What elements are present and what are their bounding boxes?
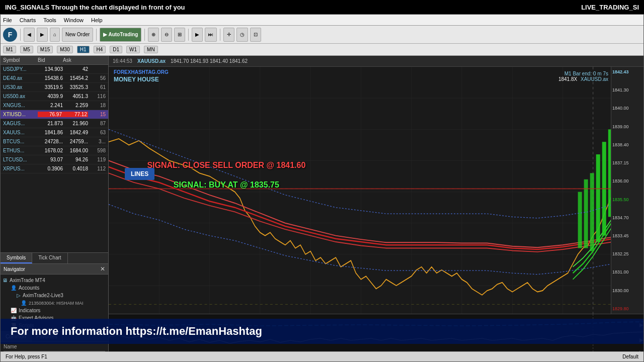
symbol-row-xauus[interactable]: XAUUS... 1841.86 1842.49 63: [1, 128, 108, 137]
toolbar-sep5: [220, 29, 220, 41]
menu-bar: File Charts Tools Window Help: [1, 15, 643, 26]
price-scale: 1842.43 1841.30 1840.00 1839.00 1838.40 …: [611, 67, 643, 314]
toolbar: F ◀ ▶ ⌂ New Order ▶ AutoTrading ⊕ ⊖ ⊞ ▶ …: [1, 26, 643, 44]
period-d1[interactable]: D1: [110, 46, 122, 53]
lines-button[interactable]: LINES: [125, 168, 154, 180]
period-mn[interactable]: MN: [144, 46, 158, 53]
f-logo: F: [3, 28, 17, 42]
nav-account-child[interactable]: ▷ AximTrade2-Live3: [3, 292, 106, 299]
terminal-name: Name: [4, 344, 17, 349]
bar-end-indicator: M1 Bar end: 0 m 7s 1841.8X XAUUSD.ax: [558, 71, 608, 82]
bar-end-price-val: 1841.8X: [558, 76, 577, 82]
chart-area: 16:44:53 XAUUSD.ax 1841.70 1841.93 1841.…: [109, 56, 643, 361]
main-chart-svg: 1835 1830: [109, 67, 643, 314]
symbol-row-xtiusd[interactable]: XTIUSD... 76.97 77.12 15: [1, 110, 108, 119]
toolbar-grid[interactable]: ⊞: [174, 28, 185, 42]
tab-symbols[interactable]: Symbols: [1, 253, 32, 263]
price-1842: 1842.43: [612, 69, 642, 74]
col-bid: Bid: [38, 57, 63, 63]
menu-window[interactable]: Window: [64, 17, 84, 23]
symbol-row-us500[interactable]: US500.ax 4039.9 4051.3 116: [1, 92, 108, 101]
period-m1[interactable]: M1: [3, 46, 16, 53]
autotrading-label: AutoTrading: [108, 32, 138, 37]
menu-file[interactable]: File: [3, 17, 12, 23]
terminal-tabs: Name: [4, 344, 105, 351]
symbol-row-xagus[interactable]: XAGUS... 21.873 21.960 87: [1, 119, 108, 128]
tree-icon: 🖥: [3, 278, 8, 283]
price-1832: 1832.25: [612, 251, 642, 256]
status-bar: For Help, press F1 Default: [1, 351, 643, 361]
symbol-row-usdjpy[interactable]: USDJPY... 134.903 42: [1, 65, 108, 74]
toolbar-home[interactable]: ⌂: [50, 28, 60, 42]
period-w1[interactable]: W1: [126, 46, 140, 53]
menu-help[interactable]: Help: [91, 17, 103, 23]
autotrading-button[interactable]: ▶ AutoTrading: [100, 28, 141, 42]
col-symbol: Symbol: [3, 57, 38, 63]
symbol-row-ethus[interactable]: ETHUS... 1678.02 1684.00 598: [1, 146, 108, 155]
time-toolbar: M1 M5 M15 M30 H1 H4 D1 W1 MN: [1, 44, 643, 56]
svg-rect-20: [584, 179, 588, 248]
price-1839: 1839.00: [612, 124, 642, 129]
symbol-row-xngus[interactable]: XNGUS... 2.241 2.259 18: [1, 101, 108, 110]
price-1841: 1841.30: [612, 87, 642, 93]
period-h1[interactable]: H1: [77, 46, 90, 53]
toolbar-crosshair[interactable]: ✛: [223, 28, 234, 42]
period-m30[interactable]: M30: [57, 46, 72, 53]
toolbar-screen[interactable]: ⊡: [250, 28, 261, 42]
bar-end-label: M1 Bar end: 0 m 7s: [558, 71, 608, 76]
nav-root[interactable]: 🖥 AximTrade MT4: [3, 277, 106, 284]
svg-rect-21: [590, 173, 594, 251]
ticker-left: ING_SIGNALS Through the chart displayed …: [0, 4, 581, 11]
account-icon: ▷: [17, 293, 21, 298]
price-1836: 1836.00: [612, 178, 642, 184]
svg-rect-22: [596, 154, 600, 242]
mt4-window: File Charts Tools Window Help F ◀ ▶ ⌂ Ne…: [0, 14, 644, 362]
symbol-row-btcus[interactable]: BTCUS... 24728... 24759... 3...: [1, 137, 108, 146]
signal-buy: SIGNAL: BUY AT @ 1835.75: [174, 180, 279, 190]
toolbar-back[interactable]: ◀: [24, 28, 35, 42]
symbol-list[interactable]: USDJPY... 134.903 42 DE40.ax 15438.6 154…: [1, 65, 108, 252]
indicators-icon: 📈: [11, 308, 17, 313]
toolbar-zoom-in[interactable]: ⊕: [148, 28, 159, 42]
new-order-label: New Order: [65, 32, 90, 37]
bottom-banner: For more information https://t.me/EmanHa…: [1, 319, 643, 344]
period-h4[interactable]: H4: [94, 46, 106, 53]
menu-tools[interactable]: Tools: [43, 17, 56, 23]
symbol-tabs: Symbols Tick Chart: [1, 252, 108, 263]
money-house-watermark: MONEY HOUSE: [114, 76, 159, 83]
chart-canvas: FOREXHASHTAG.ORG MONEY HOUSE M1 Bar end:…: [109, 67, 643, 314]
symbol-row-xrpus[interactable]: XRPUS... 0.3906 0.4018 112: [1, 164, 108, 173]
navigator: Navigator ✕ 🖥 AximTrade MT4 👤 Accounts ▷…: [1, 263, 108, 361]
toolbar-period[interactable]: ◷: [236, 28, 248, 42]
signal-close-sell: SIGNAL: CLOSE SELL ORDER @ 1841.60: [147, 161, 305, 170]
symbol-row-ltcusd[interactable]: LTCUSD... 93.07 94.26 119: [1, 155, 108, 164]
symbol-row-us30[interactable]: US30.ax 33519.5 33525.3 61: [1, 83, 108, 92]
symbol-row-de40[interactable]: DE40.ax 15438.6 15454.2 56: [1, 74, 108, 83]
toolbar-sep4: [188, 29, 189, 41]
bottom-banner-text: For more information https://t.me/EmanHa…: [11, 325, 262, 338]
toolbar-step[interactable]: ⏭: [205, 28, 217, 42]
ticker-right: LIVE_TRADING_SI: [581, 4, 644, 11]
chart-ohlc: 1841.70 1841.93 1841.40 1841.62: [171, 58, 248, 64]
price-1834: 1834.70: [612, 215, 642, 220]
toolbar-play[interactable]: ▶: [192, 28, 203, 42]
price-1831: 1831.00: [612, 269, 642, 275]
nav-close[interactable]: ✕: [100, 265, 105, 273]
tab-tick-chart[interactable]: Tick Chart: [32, 253, 67, 263]
chart-symbol-header: XAUUSD.ax: [137, 58, 166, 64]
menu-charts[interactable]: Charts: [20, 17, 36, 23]
status-right: Default: [622, 354, 638, 359]
nav-indicators[interactable]: 📈 Indicators: [3, 307, 106, 314]
toolbar-sep1: [20, 29, 21, 41]
period-m5[interactable]: M5: [20, 46, 33, 53]
price-1835: 1835.50: [612, 197, 642, 202]
chart-time-display: 16:44:53: [113, 58, 132, 64]
nav-accounts[interactable]: 👤 Accounts: [3, 284, 106, 292]
toolbar-new-order[interactable]: New Order: [62, 28, 93, 42]
chart-header: 16:44:53 XAUUSD.ax 1841.70 1841.93 1841.…: [109, 56, 643, 67]
col-ask: Ask: [63, 57, 88, 63]
accounts-icon: 👤: [11, 285, 17, 291]
toolbar-zoom-out[interactable]: ⊖: [161, 28, 172, 42]
toolbar-fwd[interactable]: ▶: [37, 28, 48, 42]
period-m15[interactable]: M15: [37, 46, 53, 53]
